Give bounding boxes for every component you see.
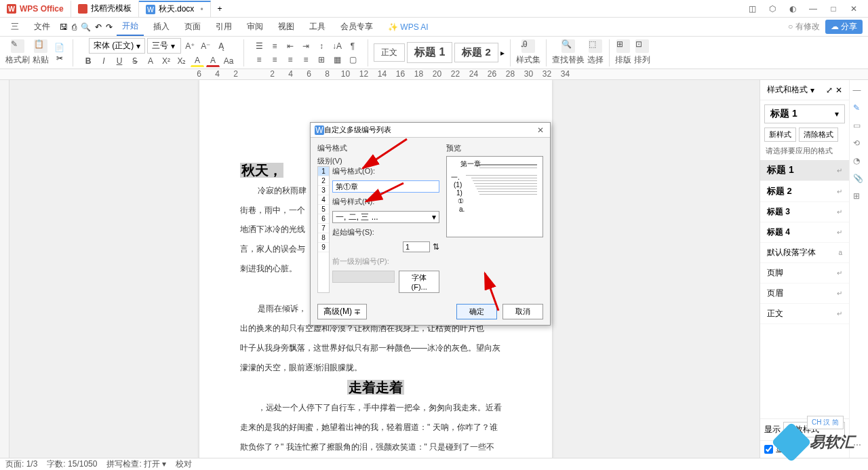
hamburger-icon[interactable]: 三 (5, 18, 24, 35)
template-tab[interactable]: 找稻壳模板 (71, 1, 139, 17)
avatar-icon[interactable]: ◐ (784, 2, 802, 16)
bullet-list-icon[interactable]: ☰ (252, 40, 266, 52)
clear-format-button[interactable]: 清除格式 (799, 128, 838, 142)
maximize-button[interactable]: □ (825, 2, 842, 16)
style-item-default[interactable]: 默认段落字体a (760, 243, 849, 263)
level-1[interactable]: 1 (318, 167, 329, 176)
font-size-select[interactable]: 三号 ▾ (147, 38, 181, 54)
grow-font-icon[interactable]: A⁺ (183, 40, 197, 52)
spell-check-indicator[interactable]: 拼写检查: 打开 ▾ (106, 458, 166, 470)
level-8[interactable]: 8 (318, 233, 329, 243)
show-checkbox[interactable] (764, 445, 773, 454)
file-menu[interactable]: 文件 (28, 18, 56, 35)
side-bell-icon[interactable]: ◔ (853, 156, 865, 168)
start-number-input[interactable] (403, 241, 430, 252)
style-item-h2[interactable]: 标题 2↵ (760, 181, 849, 202)
font-color-icon[interactable]: A (206, 55, 220, 67)
highlight-icon[interactable]: A (191, 55, 204, 67)
tab-review[interactable]: 审阅 (241, 18, 269, 35)
outdent-icon[interactable]: ⇤ (283, 40, 297, 52)
page-indicator[interactable]: 页面: 1/3 (5, 458, 37, 470)
app-tab[interactable]: W WPS Office (0, 1, 71, 17)
shrink-font-icon[interactable]: A⁻ (199, 40, 212, 52)
bold-icon[interactable]: B (81, 55, 95, 67)
tab-start[interactable]: 开始 (117, 18, 144, 36)
save-icon[interactable]: 🖫 (60, 22, 68, 32)
level-list[interactable]: 1 2 3 4 5 6 7 8 9 (317, 166, 330, 293)
side-refresh-icon[interactable]: ⟲ (853, 138, 865, 151)
line-space-icon[interactable]: ↕ (315, 40, 328, 52)
close-button[interactable]: ✕ (845, 2, 863, 16)
pin-icon[interactable]: ⤢ (826, 85, 833, 95)
copy-icon[interactable]: 📄 (54, 43, 64, 52)
tab-tools[interactable]: 工具 (304, 18, 331, 35)
level-9[interactable]: 9 (318, 243, 329, 252)
level-2[interactable]: 2 (318, 176, 329, 186)
super-icon[interactable]: X² (159, 55, 173, 67)
tab-page[interactable]: 页面 (179, 18, 206, 35)
level-5[interactable]: 5 (318, 205, 329, 214)
undo-icon[interactable]: ↶ (95, 22, 102, 32)
word-count[interactable]: 字数: 15/1050 (47, 458, 97, 470)
style-h2[interactable]: 标题 2 (454, 43, 498, 62)
style-expand-icon[interactable]: ▸ (500, 48, 505, 58)
current-style-select[interactable]: 标题 1▾ (764, 104, 845, 123)
paste-button[interactable]: 📋粘贴 (33, 39, 49, 66)
dialog-titlebar[interactable]: W 自定义多级编号列表 ✕ (311, 123, 550, 138)
show-marks-icon[interactable]: ¶ (346, 40, 359, 52)
dialog-close-icon[interactable]: ✕ (535, 125, 546, 135)
italic-icon[interactable]: I (97, 55, 111, 67)
cancel-button[interactable]: 取消 (502, 304, 543, 319)
win-btn-2[interactable]: ⬡ (764, 2, 781, 16)
level-4[interactable]: 4 (318, 195, 329, 205)
style-item-header[interactable]: 页眉↵ (760, 283, 849, 304)
number-list-icon[interactable]: ≡ (268, 40, 281, 52)
minimize-button[interactable]: — (804, 2, 822, 16)
style-item-h3[interactable]: 标题 3↵ (760, 202, 849, 222)
print-icon[interactable]: ⎙ (72, 22, 77, 32)
align-left-icon[interactable]: ≡ (252, 54, 266, 66)
arrange2-button[interactable]: ⊡排列 (634, 39, 650, 66)
style-item-h1[interactable]: 标题 1↵ (760, 160, 849, 181)
font-button[interactable]: 字体(F)... (399, 271, 439, 293)
side-pen-icon[interactable]: ✎ (853, 103, 865, 115)
find-replace-button[interactable]: 🔍查找替换 (552, 39, 585, 66)
level-6[interactable]: 6 (318, 214, 329, 224)
align-justify-icon[interactable]: ≡ (299, 54, 313, 66)
format-brush-button[interactable]: ✎格式刷 (5, 39, 30, 66)
tab-view[interactable]: 视图 (273, 18, 300, 35)
wps-ai-button[interactable]: ✨ WPS AI (382, 20, 434, 35)
style-item-footer[interactable]: 页脚↵ (760, 263, 849, 283)
shading-icon[interactable]: ▦ (330, 54, 344, 66)
style-item-body[interactable]: 正文↵ (760, 304, 849, 324)
tab-reference[interactable]: 引用 (210, 18, 237, 35)
underline-icon[interactable]: U (113, 55, 126, 67)
proof-indicator[interactable]: 校对 (176, 458, 192, 470)
arrange1-button[interactable]: ⊞排版 (615, 39, 631, 66)
new-tab-button[interactable]: + (211, 1, 229, 17)
preview-icon[interactable]: 🔍 (81, 22, 91, 32)
number-style-select[interactable]: 一, 二, 三 ...▾ (332, 211, 439, 223)
sort-icon[interactable]: ↓A (330, 40, 344, 52)
border-icon[interactable]: ▢ (346, 54, 359, 66)
ok-button[interactable]: 确定 (456, 304, 497, 319)
strike-icon[interactable]: S̶ (128, 55, 142, 67)
side-grid-icon[interactable]: ⊞ (853, 191, 865, 203)
side-more-icon[interactable]: ⋯ (853, 440, 865, 452)
share-button[interactable]: ☁ 分享 (825, 20, 863, 34)
cut-icon[interactable]: ✂ (56, 54, 63, 63)
side-minus-icon[interactable]: — (853, 85, 865, 98)
language-badge[interactable]: CH 汉 简 (807, 416, 844, 429)
style-item-h4[interactable]: 标题 4↵ (760, 222, 849, 243)
win-btn-1[interactable]: ◫ (743, 2, 761, 16)
style-normal[interactable]: 正文 (374, 43, 405, 62)
font-fx-icon[interactable]: A (144, 55, 157, 67)
distrib-icon[interactable]: ⊞ (315, 54, 328, 66)
spinner-icon[interactable]: ⇅ (433, 242, 439, 252)
redo-icon[interactable]: ↷ (106, 22, 113, 32)
level-7[interactable]: 7 (318, 224, 329, 233)
select-button[interactable]: ⬚选择 (587, 39, 604, 66)
sub-icon[interactable]: X₂ (175, 55, 189, 67)
align-right-icon[interactable]: ≡ (283, 54, 297, 66)
close-pane-icon[interactable]: ✕ (835, 85, 842, 95)
